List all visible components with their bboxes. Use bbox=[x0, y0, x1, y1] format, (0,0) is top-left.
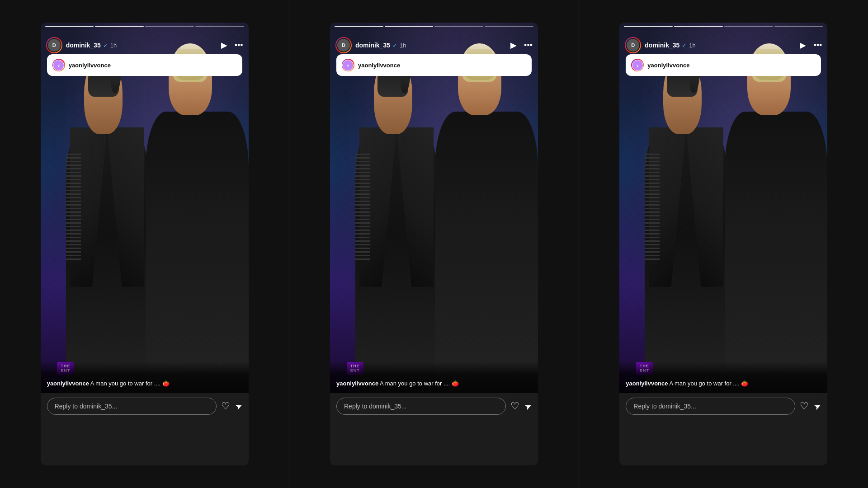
verified-badge: ✓ bbox=[682, 42, 687, 49]
bottom-icons: ♡ ➤ bbox=[510, 400, 532, 412]
story-bottom: Reply to dominik_35... ♡ ➤ bbox=[330, 393, 538, 421]
caption-text: yaonlylivvonce A man you go to war for .… bbox=[626, 380, 821, 388]
more-button[interactable]: ••• bbox=[235, 41, 243, 50]
story-phone-3: D dominik_35 ✓ 1h ▶ ••• bbox=[619, 23, 827, 465]
story-meta: dominik_35 ✓ 1h bbox=[355, 42, 510, 49]
avatar-ring: D bbox=[625, 37, 641, 53]
send-icon[interactable]: ➤ bbox=[523, 400, 533, 412]
story-bottom: Reply to dominik_35... ♡ ➤ bbox=[41, 393, 249, 421]
story-controls[interactable]: ▶ ••• bbox=[221, 40, 243, 50]
send-icon[interactable]: ➤ bbox=[812, 400, 823, 412]
story-header: D dominik_35 ✓ 1h ▶ ••• bbox=[330, 27, 538, 57]
story-phone-2: D dominik_35 ✓ 1h ▶ ••• bbox=[330, 23, 538, 465]
repost-card-header: y yaonlylivvonce bbox=[336, 54, 532, 76]
repost-card[interactable]: y yaonlylivvonce bbox=[336, 54, 532, 76]
verified-badge: ✓ bbox=[392, 42, 397, 49]
avatar: D bbox=[336, 38, 351, 52]
reply-input[interactable]: Reply to dominik_35... bbox=[47, 398, 217, 415]
caption-overlay: yaonlylivvonce A man you go to war for .… bbox=[330, 361, 538, 393]
username: dominik_35 bbox=[66, 42, 101, 49]
figure-female bbox=[134, 41, 249, 393]
story-meta: dominik_35 ✓ 1h bbox=[645, 42, 800, 49]
play-button[interactable]: ▶ bbox=[510, 40, 517, 50]
repost-card-header: y yaonlylivvonce bbox=[47, 54, 242, 76]
story-panel-2: D dominik_35 ✓ 1h ▶ ••• bbox=[289, 0, 579, 488]
avatar: D bbox=[47, 38, 61, 52]
play-button[interactable]: ▶ bbox=[221, 40, 227, 50]
repost-username: yaonlylivvonce bbox=[647, 62, 689, 69]
caption-text: yaonlylivvonce A man you go to war for .… bbox=[336, 380, 532, 388]
heart-icon[interactable]: ♡ bbox=[800, 400, 809, 412]
concert-photo: THEENT yaonlylivvonce A man you go to wa… bbox=[619, 23, 827, 393]
caption-username: yaonlylivvonce bbox=[336, 380, 378, 387]
avatar: D bbox=[626, 38, 640, 52]
repost-avatar: y bbox=[342, 59, 354, 71]
concert-figures: THEENT bbox=[619, 23, 827, 393]
repost-card[interactable]: y yaonlylivvonce bbox=[626, 54, 821, 76]
story-controls[interactable]: ▶ ••• bbox=[800, 40, 822, 50]
repost-avatar: y bbox=[52, 59, 65, 71]
caption-username: yaonlylivvonce bbox=[47, 380, 89, 387]
fringe-decoration bbox=[645, 154, 660, 260]
figure-female bbox=[713, 41, 827, 393]
send-icon[interactable]: ➤ bbox=[234, 400, 244, 412]
reply-input[interactable]: Reply to dominik_35... bbox=[336, 398, 506, 415]
caption-text: yaonlylivvonce A man you go to war for .… bbox=[47, 380, 242, 388]
story-panel-3: D dominik_35 ✓ 1h ▶ ••• bbox=[579, 0, 868, 488]
story-controls[interactable]: ▶ ••• bbox=[510, 40, 533, 50]
avatar-ring: D bbox=[46, 37, 62, 53]
story-header: D dominik_35 ✓ 1h ▶ ••• bbox=[41, 27, 249, 57]
story-image-area: THEENT yaonlylivvonce A man you go to wa… bbox=[330, 23, 538, 393]
play-button[interactable]: ▶ bbox=[800, 40, 806, 50]
repost-card-header: y yaonlylivvonce bbox=[626, 54, 821, 76]
female-torso bbox=[146, 112, 249, 393]
story-panel-1: D dominik_35 ✓ 1h ▶ ••• bbox=[0, 0, 289, 488]
story-phone-1: D dominik_35 ✓ 1h ▶ ••• bbox=[41, 23, 249, 465]
story-meta: dominik_35 ✓ 1h bbox=[66, 42, 221, 49]
time-ago: 1h bbox=[400, 42, 406, 49]
fringe-decoration bbox=[66, 154, 81, 260]
time-ago: 1h bbox=[110, 42, 117, 49]
bottom-icons: ♡ ➤ bbox=[800, 400, 821, 412]
female-torso bbox=[435, 112, 538, 393]
caption-body: A man you go to war for .... 🍅 bbox=[378, 380, 459, 387]
caption-overlay: yaonlylivvonce A man you go to war for .… bbox=[619, 361, 827, 393]
caption-body: A man you go to war for .... 🍅 bbox=[89, 380, 170, 387]
username: dominik_35 bbox=[355, 42, 390, 49]
concert-figures: THEENT bbox=[41, 23, 249, 393]
repost-username: yaonlylivvonce bbox=[69, 62, 111, 69]
repost-avatar: y bbox=[631, 59, 644, 71]
heart-icon[interactable]: ♡ bbox=[221, 400, 230, 412]
verified-badge: ✓ bbox=[103, 42, 108, 49]
repost-card[interactable]: y yaonlylivvonce bbox=[47, 54, 242, 76]
caption-body: A man you go to war for .... 🍅 bbox=[668, 380, 749, 387]
repost-avatar-inner: y bbox=[342, 60, 354, 71]
female-torso bbox=[725, 112, 828, 393]
username: dominik_35 bbox=[645, 42, 679, 49]
repost-avatar-inner: y bbox=[632, 60, 643, 71]
caption-username: yaonlylivvonce bbox=[626, 380, 668, 387]
heart-icon[interactable]: ♡ bbox=[510, 400, 519, 412]
repost-avatar-inner: y bbox=[53, 60, 64, 71]
stories-container: D dominik_35 ✓ 1h ▶ ••• bbox=[0, 0, 868, 488]
time-ago: 1h bbox=[689, 42, 695, 49]
story-image-area: THEENT yaonlylivvonce A man you go to wa… bbox=[41, 23, 249, 393]
concert-photo: THEENT yaonlylivvonce A man you go to wa… bbox=[41, 23, 249, 393]
fringe-decoration bbox=[355, 154, 370, 260]
caption-overlay: yaonlylivvonce A man you go to war for .… bbox=[41, 361, 249, 393]
more-button[interactable]: ••• bbox=[524, 41, 533, 50]
reply-input[interactable]: Reply to dominik_35... bbox=[626, 398, 795, 415]
figure-female bbox=[424, 41, 538, 393]
avatar-ring: D bbox=[335, 37, 352, 53]
story-image-area: THEENT yaonlylivvonce A man you go to wa… bbox=[619, 23, 827, 393]
bottom-icons: ♡ ➤ bbox=[221, 400, 242, 412]
more-button[interactable]: ••• bbox=[813, 41, 822, 50]
story-header: D dominik_35 ✓ 1h ▶ ••• bbox=[619, 27, 827, 57]
concert-photo: THEENT yaonlylivvonce A man you go to wa… bbox=[330, 23, 538, 393]
story-bottom: Reply to dominik_35... ♡ ➤ bbox=[619, 393, 827, 421]
repost-username: yaonlylivvonce bbox=[358, 62, 400, 69]
concert-figures: THEENT bbox=[330, 23, 538, 393]
